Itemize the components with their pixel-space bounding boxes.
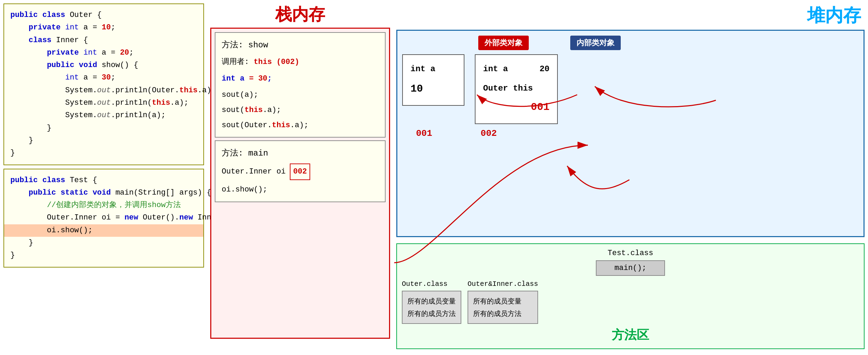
code-line: public class Outer {: [10, 9, 197, 21]
test-class-code: public class Test { public static void m…: [3, 169, 204, 268]
heap-labels-row: 外部类对象 内部类对象: [402, 36, 859, 50]
show-sout1: sout(a);: [222, 88, 379, 102]
outer-obj-field: int a: [410, 61, 456, 77]
inner-obj-field1: int a 20: [483, 61, 550, 77]
outer-class-section: Outer.class 所有的成员变量 所有的成员方法: [402, 280, 461, 324]
inner-class-box: 所有的成员变量 所有的成员方法: [468, 291, 538, 324]
inner-members1: 所有的成员变量: [473, 295, 533, 307]
show-method-label: 方法: show: [222, 38, 379, 53]
code-line: int a = 30;: [10, 72, 197, 84]
inner-obj-field2: Outer this: [483, 81, 550, 96]
inner-obj-value2: 001: [483, 97, 550, 117]
diagram-area: 栈内存 方法: show 调用者: this (002) int a = 30;…: [210, 3, 865, 349]
main-show-call: oi.show();: [222, 183, 379, 197]
code-panel: public class Outer { private int a = 10;…: [3, 3, 204, 268]
code-line: }: [10, 134, 197, 147]
code-line: }: [10, 122, 197, 134]
highlighted-code-line: oi.show();: [4, 224, 203, 237]
addr-001: 001: [416, 128, 432, 139]
code-line: //创建内部类的对象，并调用show方法: [10, 199, 197, 212]
test-class-label: Test.class: [402, 249, 859, 258]
main-method-label: 方法: main: [222, 146, 379, 161]
outer-class-name: Outer.class: [402, 280, 461, 288]
code-line: Outer.Inner oi = new Outer().new Inner()…: [10, 212, 197, 224]
code-line: }: [10, 237, 197, 249]
code-line: private int a = 10;: [10, 21, 197, 34]
inner-obj-box: int a 20 Outer this 001: [475, 54, 558, 124]
code-line: }: [10, 249, 197, 262]
outer-class-box: 所有的成员变量 所有的成员方法: [402, 291, 461, 324]
show-frame: 方法: show 调用者: this (002) int a = 30; sou…: [215, 32, 386, 138]
main-method-box: main();: [596, 260, 665, 276]
inner-obj-label: 内部类对象: [570, 36, 621, 50]
heap-addresses-row: 001 002: [402, 128, 859, 139]
code-line: }: [10, 147, 197, 159]
outer-members2: 所有的成员方法: [407, 307, 456, 320]
code-line: class Inner {: [10, 34, 197, 47]
inner-class-section: Outer&Inner.class 所有的成员变量 所有的成员方法: [468, 280, 538, 324]
outer-obj-value: 10: [410, 79, 456, 99]
code-line: System.out.println(this.a);: [10, 97, 197, 109]
code-line: private int a = 20;: [10, 47, 197, 59]
outer-obj-box: int a 10: [402, 54, 464, 106]
code-line: public class Test {: [10, 174, 197, 187]
outer-obj-label: 外部类对象: [478, 36, 529, 50]
code-line: public void show() {: [10, 59, 197, 72]
heap-title: 堆内存: [396, 3, 865, 28]
stack-outer: 方法: show 调用者: this (002) int a = 30; sou…: [210, 28, 390, 339]
method-area-title-label: 方法区: [402, 327, 859, 344]
main-oi-line: Outer.Inner oi 002: [222, 164, 379, 180]
stack-panel: 栈内存 方法: show 调用者: this (002) int a = 30;…: [210, 3, 390, 349]
addr-002: 002: [481, 128, 497, 139]
outer-class-code: public class Outer { private int a = 10;…: [3, 3, 204, 165]
code-line: System.out.println(a);: [10, 109, 197, 122]
method-area: Test.class main(); Outer.class 所有的成员变量 所…: [396, 243, 865, 349]
heap-panel: 堆内存 外部类对象 内部类对象 int a 10 int a 20: [396, 3, 865, 349]
code-line: public static void main(String[] args) {: [10, 187, 197, 199]
inner-class-name: Outer&Inner.class: [468, 280, 538, 288]
code-line: System.out.println(Outer.this.a);: [10, 84, 197, 97]
show-caller: 调用者: this (002): [222, 55, 379, 69]
heap-outer: 外部类对象 内部类对象 int a 10 int a 20 Outer this: [396, 30, 865, 237]
method-classes-row: Outer.class 所有的成员变量 所有的成员方法 Outer&Inner.…: [402, 280, 859, 324]
oi-address-box: 002: [290, 164, 311, 180]
heap-objects-row: int a 10 int a 20 Outer this 001: [402, 54, 859, 124]
show-sout3: sout(Outer.this.a);: [222, 119, 379, 132]
show-int-line: int a = 30;: [222, 72, 379, 86]
inner-members2: 所有的成员方法: [473, 307, 533, 320]
outer-members1: 所有的成员变量: [407, 295, 456, 307]
main-frame: 方法: main Outer.Inner oi 002 oi.show();: [215, 140, 386, 202]
stack-title: 栈内存: [210, 3, 390, 26]
show-sout2: sout(this.a);: [222, 103, 379, 117]
